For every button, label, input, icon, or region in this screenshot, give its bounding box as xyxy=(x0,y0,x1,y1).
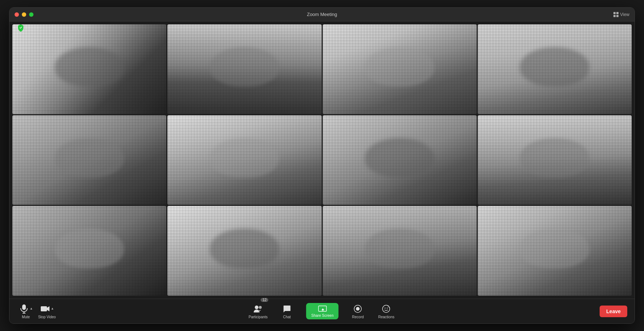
record-button[interactable]: Record xyxy=(349,304,367,319)
video-cell-10 xyxy=(167,206,321,296)
participants-label: Participants xyxy=(249,315,267,319)
svg-rect-3 xyxy=(41,306,47,311)
stop-video-button[interactable]: ▲ Stop Video xyxy=(38,304,56,319)
video-feed-2 xyxy=(167,24,321,114)
video-feed-10 xyxy=(167,206,321,296)
video-cell-1 xyxy=(12,24,166,114)
video-feed-8 xyxy=(478,115,632,205)
record-label: Record xyxy=(352,315,364,319)
svg-point-12 xyxy=(387,307,388,308)
video-feed-9 xyxy=(12,206,166,296)
toolbar: ▲ Mute ▲ Stop Video xyxy=(9,299,635,323)
chat-icon xyxy=(282,304,292,314)
stop-video-arrow-icon: ▲ xyxy=(51,307,54,310)
toolbar-left: ▲ Mute ▲ Stop Video xyxy=(17,304,56,319)
video-cell-7 xyxy=(323,115,477,205)
svg-point-10 xyxy=(383,305,390,312)
window-controls xyxy=(15,12,33,17)
toolbar-right: Leave xyxy=(600,306,627,317)
mute-arrow-icon: ▲ xyxy=(30,307,33,310)
close-button[interactable] xyxy=(15,12,19,17)
video-grid xyxy=(9,21,635,299)
chat-label: Chat xyxy=(283,315,291,319)
svg-point-4 xyxy=(255,306,258,309)
stop-video-label: Stop Video xyxy=(38,315,56,319)
video-feed-11 xyxy=(323,206,477,296)
video-feed-12 xyxy=(478,206,632,296)
chat-button[interactable]: Chat xyxy=(278,304,296,319)
participants-count: 12 xyxy=(261,298,268,302)
toolbar-center: 12 Participants xyxy=(249,303,395,319)
view-button[interactable]: View xyxy=(613,12,629,17)
video-cell-9 xyxy=(12,206,166,296)
video-feed-3 xyxy=(323,24,477,114)
participants-badge: 12 xyxy=(261,298,268,302)
svg-point-9 xyxy=(356,307,360,311)
video-cell-3 xyxy=(323,24,477,114)
video-cell-8 xyxy=(478,115,632,205)
video-feed-1 xyxy=(12,24,166,114)
svg-point-5 xyxy=(259,306,262,309)
video-feed-7 xyxy=(323,115,477,205)
svg-point-11 xyxy=(385,307,386,308)
camera-icon xyxy=(40,304,50,314)
video-feed-6 xyxy=(167,115,321,205)
video-cell-2 xyxy=(167,24,321,114)
video-feed-4 xyxy=(478,24,632,114)
zoom-window: Zoom Meeting View xyxy=(9,7,635,324)
video-cell-5 xyxy=(12,115,166,205)
share-screen-icon xyxy=(317,305,327,313)
security-badge[interactable] xyxy=(17,24,25,33)
grid-view-icon xyxy=(613,12,619,17)
reactions-icon xyxy=(381,304,391,314)
participants-button[interactable]: 12 Participants xyxy=(249,304,267,319)
share-screen-label: Share Screen xyxy=(311,314,334,318)
leave-button[interactable]: Leave xyxy=(600,306,627,317)
video-cell-6 xyxy=(167,115,321,205)
maximize-button[interactable] xyxy=(29,12,33,17)
svg-rect-6 xyxy=(318,306,326,311)
video-feed-5 xyxy=(12,115,166,205)
mute-button[interactable]: ▲ Mute xyxy=(17,304,35,319)
record-icon xyxy=(353,304,363,314)
mute-label: Mute xyxy=(22,315,30,319)
svg-rect-0 xyxy=(22,304,26,310)
share-screen-button[interactable]: Share Screen xyxy=(306,303,339,319)
titlebar: Zoom Meeting View xyxy=(9,8,635,21)
microphone-icon xyxy=(19,304,29,314)
reactions-button[interactable]: Reactions xyxy=(377,304,395,319)
video-cell-12 xyxy=(478,206,632,296)
minimize-button[interactable] xyxy=(22,12,26,17)
participants-icon xyxy=(253,304,263,314)
video-cell-11 xyxy=(323,206,477,296)
view-label: View xyxy=(620,12,629,17)
video-cell-4 xyxy=(478,24,632,114)
reactions-label: Reactions xyxy=(378,315,394,319)
window-title: Zoom Meeting xyxy=(307,12,337,17)
